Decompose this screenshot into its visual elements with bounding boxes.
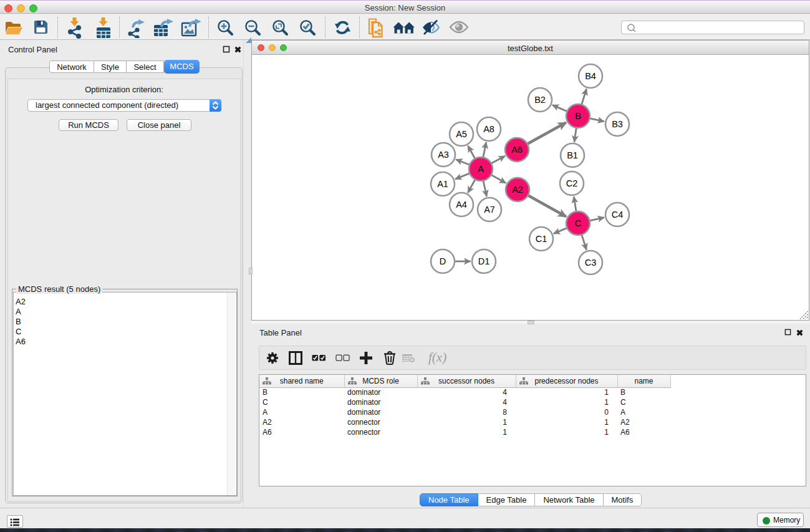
svg-text:A3: A3 [438, 150, 449, 160]
svg-text:B4: B4 [585, 71, 596, 81]
svg-text:D1: D1 [478, 256, 490, 266]
svg-text:A8: A8 [483, 124, 494, 134]
svg-text:A: A [478, 164, 484, 174]
svg-text:C2: C2 [566, 178, 578, 188]
svg-text:C3: C3 [585, 258, 597, 268]
svg-text:B1: B1 [567, 150, 578, 160]
svg-text:B2: B2 [534, 95, 546, 105]
svg-text:B: B [575, 111, 581, 121]
svg-text:A5: A5 [456, 129, 467, 139]
svg-text:D: D [440, 256, 446, 266]
svg-text:C1: C1 [536, 234, 547, 244]
svg-text:A7: A7 [484, 205, 495, 215]
svg-text:C: C [575, 218, 581, 228]
svg-text:A2: A2 [512, 185, 523, 195]
svg-text:B3: B3 [612, 119, 623, 129]
svg-text:C4: C4 [612, 210, 624, 220]
svg-text:A4: A4 [456, 200, 467, 210]
svg-text:A1: A1 [437, 179, 448, 189]
svg-text:A6: A6 [511, 145, 523, 155]
